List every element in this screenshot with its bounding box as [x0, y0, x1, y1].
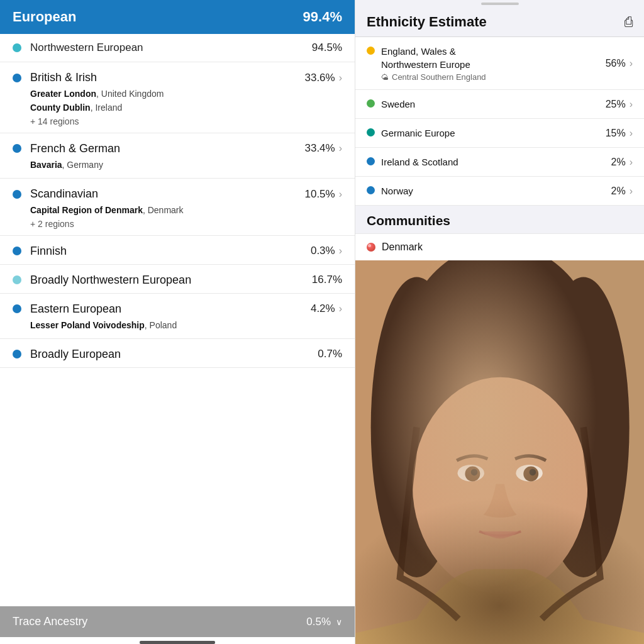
- eastern-european-item[interactable]: Eastern European 4.2%› Lesser Poland Voi…: [0, 294, 355, 339]
- scandinavian-header: Scandinavian 10.5%›: [13, 187, 342, 201]
- broadly-nw-dot: [13, 275, 21, 284]
- england-wales-label: England, Wales &Northwestern Europe: [381, 45, 486, 71]
- germanic-europe-pct: 15%›: [606, 128, 633, 139]
- trace-ancestry-pct: 0.5%: [306, 616, 331, 628]
- england-wales-item[interactable]: England, Wales &Northwestern Europe 🌤 Ce…: [355, 37, 644, 90]
- french-german-dot: [13, 144, 21, 153]
- england-wales-sub-text: Central Southern England: [392, 72, 486, 82]
- scandinavian-name-row: Scandinavian: [13, 187, 304, 201]
- sweden-dot: [367, 99, 375, 108]
- eastern-european-sub: Lesser Poland Voivodeship, Poland: [13, 318, 342, 332]
- broadly-european-pct: 0.7%: [318, 348, 342, 360]
- british-irish-sub: Greater London, United Kingdom County Du…: [13, 87, 342, 126]
- scandinavian-region-1: Capital Region of Denmark, Denmark: [30, 203, 342, 217]
- right-header-title: Ethnicity Estimate: [367, 14, 487, 30]
- scandinavian-more: + 2 regions: [30, 219, 342, 229]
- british-irish-pct: 33.6%›: [304, 72, 342, 84]
- french-german-header: French & German 33.4%›: [13, 142, 342, 155]
- sweden-pct: 25%›: [606, 99, 633, 110]
- sweden-item[interactable]: Sweden 25%›: [355, 90, 644, 119]
- british-irish-chevron: ›: [339, 72, 342, 84]
- ireland-scotland-label: Ireland & Scotland: [381, 155, 458, 169]
- scandinavian-item[interactable]: Scandinavian 10.5%› Capital Region of De…: [0, 179, 355, 235]
- british-irish-region-1: Greater London, United Kingdom: [30, 87, 342, 101]
- british-irish-name-row: British & Irish: [13, 71, 304, 84]
- broadly-european-name-row: Broadly European: [13, 348, 318, 361]
- scandinavian-dot: [13, 190, 21, 199]
- eastern-european-name-row: Eastern European: [13, 303, 311, 316]
- svg-point-12: [530, 469, 536, 476]
- broadly-european-item: Broadly European 0.7%: [0, 339, 355, 368]
- northwestern-section: Northwestern European 94.5%: [0, 34, 355, 62]
- ireland-scotland-chevron: ›: [630, 157, 633, 168]
- broadly-nw-pct: 16.7%: [312, 274, 342, 286]
- trace-ancestry-label: Trace Ancestry: [13, 615, 87, 628]
- finnish-label: Finnish: [30, 245, 67, 258]
- ireland-scotland-pct: 2%›: [611, 157, 633, 168]
- northwestern-name-row: Northwestern European: [13, 42, 312, 54]
- svg-point-8: [516, 465, 542, 482]
- norway-name-row: Norway: [367, 184, 611, 197]
- finnish-name-row: Finnish: [13, 245, 311, 258]
- ireland-scotland-dot: [367, 157, 375, 165]
- broadly-european-dot: [13, 350, 21, 358]
- french-german-pct: 33.4%›: [304, 142, 342, 155]
- sweden-name-row: Sweden: [367, 97, 606, 111]
- share-icon[interactable]: ⎙: [625, 14, 633, 30]
- broadly-european-label: Broadly European: [30, 348, 121, 361]
- european-pct: 99.4%: [303, 9, 342, 25]
- svg-rect-0: [355, 260, 644, 644]
- northwestern-label: Northwestern European: [30, 42, 143, 54]
- svg-point-3: [371, 277, 463, 577]
- norway-item[interactable]: Norway 2%›: [355, 177, 644, 206]
- england-wales-info: England, Wales &Northwestern Europe 🌤 Ce…: [381, 45, 486, 82]
- british-irish-label: British & Irish: [30, 71, 97, 84]
- eastern-european-region-1: Lesser Poland Voivodeship, Poland: [30, 318, 342, 332]
- germanic-europe-dot: [367, 128, 375, 136]
- eastern-european-label: Eastern European: [30, 303, 121, 316]
- eastern-european-header: Eastern European 4.2%›: [13, 303, 342, 316]
- svg-point-9: [465, 467, 480, 482]
- broadly-nw-name-row: Broadly Northwestern European: [13, 274, 312, 287]
- french-german-region-1: Bavaria, Germany: [30, 158, 342, 172]
- norway-chevron: ›: [630, 186, 633, 197]
- trace-ancestry-bar[interactable]: Trace Ancestry 0.5% ∨: [0, 606, 355, 637]
- finnish-chevron: ›: [339, 245, 342, 257]
- finnish-item[interactable]: Finnish 0.3%›: [0, 236, 355, 265]
- trace-ancestry-chevron-down: ∨: [336, 617, 342, 627]
- left-panel: European 99.4% Northwestern European 94.…: [0, 0, 355, 644]
- denmark-community-item[interactable]: Denmark: [355, 233, 644, 260]
- germanic-europe-item[interactable]: Germanic Europe 15%›: [355, 119, 644, 148]
- french-german-item[interactable]: French & German 33.4%› Bavaria, Germany: [0, 133, 355, 179]
- ireland-scotland-name-row: Ireland & Scotland: [367, 155, 611, 169]
- sun-icon: 🌤: [381, 73, 389, 82]
- finnish-pct: 0.3%›: [311, 245, 342, 257]
- denmark-dot: [367, 243, 375, 252]
- person-photo: [355, 260, 644, 644]
- broadly-nw-label: Broadly Northwestern European: [30, 274, 191, 287]
- england-wales-name-row: England, Wales &Northwestern Europe 🌤 Ce…: [367, 45, 606, 82]
- svg-point-7: [458, 465, 484, 482]
- northwestern-pct: 94.5%: [312, 42, 342, 54]
- british-irish-region-2: County Dublin, Ireland: [30, 101, 342, 114]
- communities-header: Communities: [355, 206, 644, 233]
- scandinavian-sub: Capital Region of Denmark, Denmark + 2 r…: [13, 203, 342, 228]
- broadly-nw-header: Broadly Northwestern European 16.7%: [13, 274, 342, 287]
- northwestern-dot: [13, 43, 21, 52]
- ireland-scotland-item[interactable]: Ireland & Scotland 2%›: [355, 148, 644, 177]
- british-irish-dot: [13, 74, 21, 82]
- finnish-dot: [13, 247, 21, 255]
- svg-point-4: [538, 277, 630, 577]
- svg-rect-1: [475, 260, 644, 644]
- scandinavian-chevron: ›: [339, 189, 342, 200]
- eastern-european-chevron: ›: [339, 303, 342, 314]
- broadly-european-header: Broadly European 0.7%: [13, 348, 342, 361]
- european-label: European: [13, 9, 76, 25]
- photo-area: [355, 260, 644, 644]
- sweden-chevron: ›: [630, 99, 633, 110]
- germanic-europe-name-row: Germanic Europe: [367, 126, 606, 140]
- french-german-sub: Bavaria, Germany: [13, 158, 342, 172]
- british-irish-item[interactable]: British & Irish 33.6%› Greater London, U…: [0, 62, 355, 133]
- norway-dot: [367, 186, 375, 194]
- french-german-label: French & German: [30, 142, 120, 155]
